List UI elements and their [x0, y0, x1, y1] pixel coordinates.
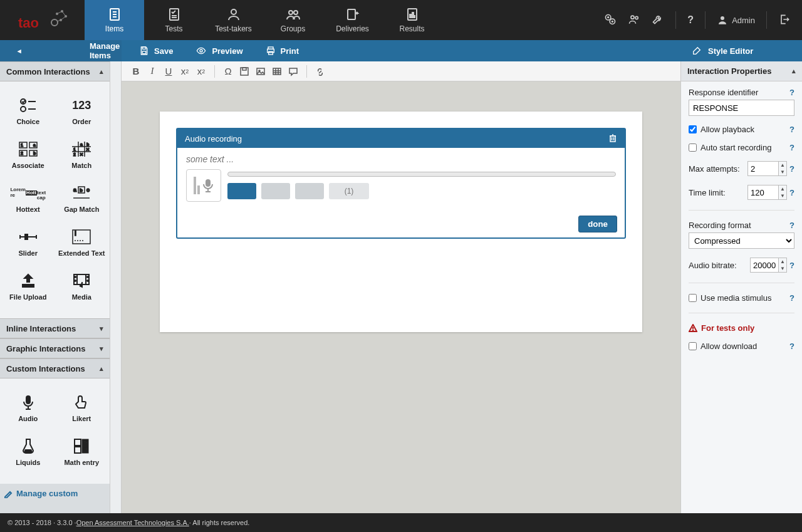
- help-icon[interactable]: ?: [789, 342, 794, 351]
- palette-item-liquids[interactable]: Liquids: [1, 431, 55, 475]
- chevron-up-icon: [100, 365, 103, 373]
- palette-item-likert[interactable]: Likert: [55, 387, 109, 431]
- save-button[interactable]: Save: [139, 46, 173, 56]
- help-icon[interactable]: ?: [789, 88, 794, 97]
- palette-item-audio[interactable]: Audio: [1, 387, 55, 431]
- users-icon[interactable]: [628, 13, 640, 28]
- palette-item-associate[interactable]: 1a2bAssociate: [1, 134, 55, 178]
- help-icon[interactable]: ?: [789, 293, 794, 303]
- help-icon[interactable]: ?: [789, 188, 794, 197]
- time-limit-input[interactable]: [747, 185, 779, 200]
- palette-item-extended-text[interactable]: IExtended Text: [55, 222, 109, 266]
- rte-comment-icon[interactable]: [285, 63, 301, 80]
- svg-text:2: 2: [73, 152, 76, 157]
- rte-special-char[interactable]: Ω: [220, 63, 236, 80]
- back-to-items[interactable]: Manage Items: [0, 40, 122, 61]
- admin-menu[interactable]: Admin: [717, 14, 755, 26]
- rte-italic[interactable]: I: [144, 63, 160, 80]
- nav-tests[interactable]: Tests: [144, 0, 204, 40]
- palette-section-graphic[interactable]: Graphic Interactions: [0, 338, 110, 358]
- allow-download-checkbox[interactable]: [689, 342, 697, 350]
- palette-item-hottext[interactable]: LoremreHotttext capHottext: [1, 178, 55, 222]
- rte-link-icon[interactable]: [312, 63, 328, 80]
- progress-track[interactable]: [227, 172, 616, 177]
- help-icon[interactable]: ?: [789, 261, 794, 270]
- done-button[interactable]: done: [578, 216, 617, 232]
- preview-button[interactable]: Preview: [195, 46, 242, 56]
- rte-save-icon[interactable]: [236, 63, 253, 80]
- delete-widget-icon[interactable]: [608, 133, 617, 144]
- help-icon[interactable]: ?: [789, 125, 794, 134]
- canvas-stage[interactable]: Audio recording: [122, 81, 680, 513]
- help-icon[interactable]: ?: [687, 14, 694, 26]
- spinner-down[interactable]: ▼: [779, 265, 786, 272]
- manage-custom-link[interactable]: Manage custom: [0, 484, 110, 503]
- style-editor-button[interactable]: Style Editor: [680, 40, 802, 61]
- help-icon[interactable]: ?: [789, 143, 794, 152]
- svg-rect-20: [348, 9, 355, 19]
- svg-rect-101: [206, 179, 211, 187]
- spinner-down[interactable]: ▼: [779, 169, 786, 175]
- palette-scrollbar[interactable]: [110, 61, 122, 513]
- rte-underline[interactable]: U: [160, 63, 177, 80]
- allow-playback-checkbox[interactable]: [689, 125, 697, 133]
- wrench-icon[interactable]: [652, 13, 664, 28]
- audio-bitrate-input[interactable]: [750, 258, 779, 273]
- palette-section-custom[interactable]: Custom Interactions: [0, 358, 110, 378]
- settings-icon[interactable]: [604, 13, 617, 28]
- chevron-up-icon: [100, 68, 103, 76]
- palette-item-file-upload[interactable]: File Upload: [1, 266, 55, 310]
- rte-table-icon[interactable]: [269, 63, 285, 80]
- spinner-up[interactable]: ▲: [779, 162, 786, 169]
- rte-bold[interactable]: B: [128, 63, 144, 80]
- palette-item-order[interactable]: 123Order: [55, 90, 109, 134]
- nav-groups[interactable]: Groups: [263, 0, 323, 40]
- auto-start-checkbox[interactable]: [689, 143, 697, 152]
- nav-test-takers[interactable]: Test-takers: [204, 0, 263, 40]
- spinner-up[interactable]: ▲: [779, 258, 786, 265]
- palette-section-inline[interactable]: Inline Interactions: [0, 318, 110, 338]
- palette-item-media[interactable]: Media: [55, 266, 109, 310]
- svg-line-5: [57, 11, 62, 14]
- playback-button-1[interactable]: [227, 183, 256, 199]
- logout-icon[interactable]: [778, 13, 791, 28]
- palette-item-slider[interactable]: Slider: [1, 222, 55, 266]
- palette-item-math-entry[interactable]: +=Math entry: [55, 431, 109, 475]
- max-attempts-input[interactable]: [747, 161, 779, 176]
- response-identifier-input[interactable]: [689, 100, 794, 116]
- spinner-up[interactable]: ▲: [779, 185, 786, 192]
- use-media-stimulus-checkbox[interactable]: [689, 294, 697, 302]
- nav-deliveries[interactable]: Deliveries: [323, 0, 382, 40]
- palette-item-match[interactable]: ab12✕✕Match: [55, 134, 109, 178]
- palette-item-choice[interactable]: Choice: [1, 90, 55, 134]
- palette-item-gap-match[interactable]: abcGap Match: [55, 178, 109, 222]
- help-icon[interactable]: ?: [789, 164, 794, 174]
- svg-point-18: [289, 11, 293, 14]
- rte-superscript[interactable]: x2: [193, 63, 209, 80]
- playback-button-3[interactable]: [295, 183, 324, 199]
- svg-text:=: =: [84, 446, 87, 452]
- svg-rect-33: [142, 51, 145, 54]
- rte-subscript[interactable]: x2: [177, 63, 193, 80]
- recording-format-select[interactable]: Compressed: [689, 232, 794, 249]
- attempt-counter: (1): [329, 183, 369, 199]
- svg-text:a: a: [33, 143, 36, 147]
- svg-point-27: [608, 16, 609, 18]
- nav-items[interactable]: Items: [85, 0, 144, 40]
- svg-line-7: [61, 16, 66, 20]
- record-button[interactable]: [186, 169, 221, 202]
- svg-rect-22: [410, 14, 411, 18]
- svg-rect-82: [75, 439, 81, 446]
- playback-button-2[interactable]: [261, 183, 290, 199]
- svg-text:a: a: [80, 142, 83, 147]
- nav-results[interactable]: Results: [382, 0, 442, 40]
- rte-image-icon[interactable]: [253, 63, 269, 80]
- svg-point-105: [693, 330, 694, 330]
- footer-link[interactable]: Open Assessment Technologies S.A.: [76, 519, 189, 526]
- spinner-down[interactable]: ▼: [779, 192, 786, 199]
- properties-panel-header[interactable]: Interaction Properties: [681, 61, 802, 81]
- palette-section-common[interactable]: Common Interactions: [0, 61, 110, 81]
- print-button[interactable]: Print: [266, 46, 299, 56]
- help-icon[interactable]: ?: [789, 221, 794, 230]
- prompt-input[interactable]: [186, 154, 616, 164]
